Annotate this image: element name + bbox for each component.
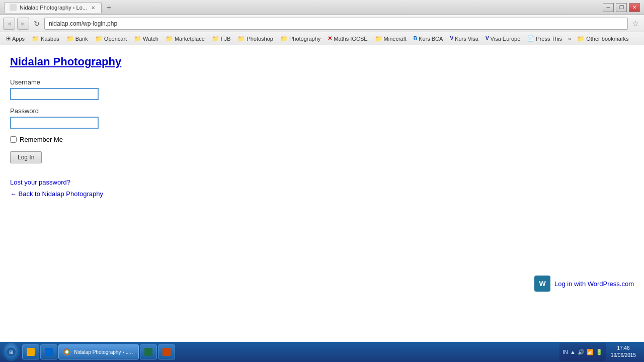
language-icon: IN — [562, 349, 568, 355]
bookmark-star-button[interactable]: ☆ — [630, 19, 641, 28]
bookmark-minecraft[interactable]: 📁 Minecraft — [372, 34, 410, 43]
visa-europe-icon: V — [486, 36, 489, 41]
address-bar[interactable] — [44, 18, 628, 30]
taskbar-explorer[interactable] — [22, 344, 39, 359]
tab-title: Nidalap Photography › Lo... — [20, 5, 87, 11]
chrome-icon — [63, 348, 71, 356]
taskbar-excel[interactable] — [140, 344, 157, 359]
taskbar-ftp[interactable] — [158, 344, 175, 359]
refresh-button[interactable]: ↻ — [31, 18, 42, 29]
new-tab-button[interactable]: + — [105, 3, 113, 12]
folder-icon: 📁 — [237, 35, 245, 42]
bookmark-marketplace[interactable]: 📁 Marketplace — [163, 34, 208, 43]
taskbar-right: IN ▲ 🔊 📶 🔋 17:46 19/06/2015 — [555, 343, 642, 361]
title-bar: Nidalap Photography › Lo... ✕ + ─ ❐ ✕ — [0, 0, 644, 15]
bookmark-kurs-bca[interactable]: B Kurs BCA — [411, 35, 446, 43]
explorer-icon — [27, 348, 35, 356]
password-group: Password — [10, 107, 634, 129]
username-input[interactable] — [10, 88, 99, 100]
login-form: Username Password Remember Me Log In — [10, 78, 634, 163]
remember-me-group: Remember Me — [10, 136, 634, 143]
clock-area[interactable]: 17:46 19/06/2015 — [609, 345, 638, 359]
more-icon: » — [568, 36, 571, 42]
bookmark-kasbus[interactable]: 📁 Kasbus — [29, 34, 62, 43]
password-input[interactable] — [10, 117, 99, 129]
folder-icon: 📁 — [66, 35, 74, 42]
taskbar-outlook[interactable] — [40, 344, 57, 359]
clock-time: 17:46 — [617, 345, 629, 352]
outlook-icon — [45, 348, 53, 356]
folder-icon: 📁 — [280, 35, 288, 42]
bookmark-bank[interactable]: 📁 Bank — [63, 34, 91, 43]
taskbar: ⊞ Nidalap Photography › Lo... IN ▲ 🔊 — [0, 342, 644, 362]
links-section: Lost your password? ← Back to Nidalap Ph… — [10, 178, 634, 198]
show-hidden-icon[interactable]: ▲ — [570, 349, 576, 355]
bookmark-apps[interactable]: ⊞ Apps — [3, 34, 28, 43]
back-button[interactable]: ◄ — [3, 18, 15, 30]
volume-icon[interactable]: 🔊 — [578, 349, 585, 355]
clock-date: 19/06/2015 — [611, 352, 636, 359]
network-icon[interactable]: 📶 — [587, 349, 594, 355]
visa-icon: V — [450, 36, 453, 41]
start-button[interactable]: ⊞ — [2, 343, 20, 361]
password-label: Password — [10, 107, 634, 115]
folder-icon: 📁 — [32, 35, 39, 42]
taskbar-items: Nidalap Photography › Lo... — [22, 344, 553, 359]
excel-icon — [144, 348, 152, 356]
bookmark-maths-igcse[interactable]: ✕ Maths IGCSE — [325, 34, 370, 43]
window-controls: ─ ❐ ✕ — [603, 3, 640, 12]
nav-bar: ◄ ► ↻ ☆ — [0, 15, 644, 32]
bookmark-opencart[interactable]: 📁 Opencart — [92, 34, 130, 43]
forward-button[interactable]: ► — [17, 18, 29, 30]
more-bookmarks-button[interactable]: » — [566, 35, 573, 43]
tab-close-button[interactable]: ✕ — [90, 5, 96, 11]
bookmark-press-this[interactable]: 📄 Press This — [524, 34, 565, 43]
tab-favicon — [10, 4, 17, 11]
bookmark-fjb[interactable]: 📁 FJB — [209, 34, 234, 43]
bookmark-kurs-visa[interactable]: V Kurs Visa — [447, 35, 481, 43]
back-to-site-link[interactable]: ← Back to Nidalap Photography — [10, 190, 634, 198]
battery-icon[interactable]: 🔋 — [596, 349, 603, 355]
wp-login-section: W Log in with WordPress.com — [534, 276, 634, 292]
site-title-link[interactable]: Nidalan Photography — [10, 55, 634, 68]
bookmark-photoshop[interactable]: 📁 Photoshop — [234, 34, 276, 43]
apps-icon: ⊞ — [6, 35, 11, 42]
taskbar-chrome[interactable]: Nidalap Photography › Lo... — [58, 344, 139, 359]
login-button[interactable]: Log In — [10, 151, 42, 163]
bookmark-visa-europe[interactable]: V Visa Europe — [482, 35, 523, 43]
remember-me-checkbox[interactable] — [10, 136, 17, 143]
bookmark-other[interactable]: 📁 Other bookmarks — [574, 34, 631, 43]
minimize-button[interactable]: ─ — [603, 3, 614, 12]
bca-icon: B — [414, 36, 417, 41]
taskbar-chrome-label: Nidalap Photography › Lo... — [74, 349, 134, 355]
restore-button[interactable]: ❐ — [616, 3, 627, 12]
folder-icon: 📁 — [212, 35, 219, 42]
folder-icon: 📁 — [375, 35, 382, 42]
ftp-icon — [163, 348, 171, 356]
folder-icon: 📁 — [166, 35, 173, 42]
press-icon: 📄 — [527, 35, 534, 42]
title-bar-left: Nidalap Photography › Lo... ✕ + — [4, 2, 113, 13]
folder-icon: 📁 — [95, 35, 103, 42]
browser-tab[interactable]: Nidalap Photography › Lo... ✕ — [4, 2, 102, 13]
page-content: Nidalan Photography Username Password Re… — [0, 45, 644, 332]
lost-password-link[interactable]: Lost your password? — [10, 178, 634, 186]
wordpress-logo: W — [534, 276, 550, 292]
svg-text:⊞: ⊞ — [9, 349, 13, 355]
bookmark-photography[interactable]: 📁 Photography — [277, 34, 324, 43]
x-icon: ✕ — [328, 35, 332, 42]
wp-login-link[interactable]: Log in with WordPress.com — [554, 280, 634, 288]
close-button[interactable]: ✕ — [629, 3, 640, 12]
username-group: Username — [10, 78, 634, 100]
system-tray: IN ▲ 🔊 📶 🔋 — [559, 343, 606, 361]
bookmark-watch[interactable]: 📁 Watch — [131, 34, 162, 43]
remember-me-label: Remember Me — [20, 136, 63, 143]
bookmarks-bar: ⊞ Apps 📁 Kasbus 📁 Bank 📁 Opencart 📁 Watc… — [0, 32, 644, 45]
username-label: Username — [10, 78, 634, 86]
folder-icon: 📁 — [577, 35, 585, 42]
folder-icon: 📁 — [134, 35, 141, 42]
